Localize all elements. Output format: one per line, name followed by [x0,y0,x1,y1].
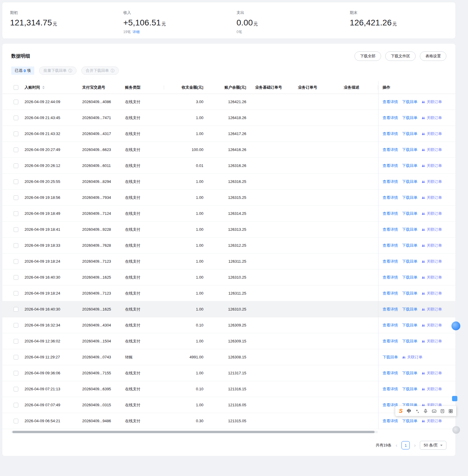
view-detail-link[interactable]: 查看详情 [383,323,398,328]
related-order-link[interactable]: 关联订单 [422,195,442,200]
row-checkbox[interactable] [14,147,18,152]
view-detail-link[interactable]: 查看详情 [383,307,398,312]
related-order-link[interactable]: 关联订单 [422,386,442,392]
related-order-link[interactable]: 关联订单 [422,131,442,137]
page-size-select[interactable]: 50 条/页 [420,441,446,450]
row-checkbox[interactable] [14,179,18,184]
ime-chinese-mode-toggle[interactable]: 中 [405,407,413,415]
view-detail-link[interactable]: 查看详情 [383,243,398,248]
download-receipt-link[interactable]: 下载回单 [402,339,417,344]
related-order-link[interactable]: 关联订单 [422,211,442,216]
income-detail-link[interactable]: 详细 [132,30,140,34]
download-receipt-link[interactable]: 下载回单 [402,195,417,200]
view-detail-link[interactable]: 查看详情 [383,179,398,184]
related-order-link[interactable]: 关联订单 [422,259,442,264]
download-receipt-link[interactable]: 下载回单 [402,211,417,216]
download-receipt-link[interactable]: 下载回单 [402,307,417,312]
view-detail-link[interactable]: 查看详情 [383,386,398,392]
download-receipt-link[interactable]: 下载回单 [402,371,417,376]
row-checkbox[interactable] [14,355,18,360]
download-receipt-link[interactable]: 下载回单 [402,291,417,296]
row-checkbox[interactable] [14,291,18,296]
row-checkbox[interactable] [14,195,18,200]
row-checkbox[interactable] [14,100,18,104]
merge-download-receipt-button[interactable]: 合并下载回单 ⓘ [81,66,119,75]
view-detail-link[interactable]: 查看详情 [383,371,398,376]
page-number-button[interactable]: 1 [401,441,410,449]
related-order-link[interactable]: 关联订单 [422,163,442,168]
view-detail-link[interactable]: 查看详情 [383,195,398,200]
sogou-logo-icon[interactable]: S [397,407,404,415]
download-receipt-link[interactable]: 下载回单 [402,99,417,105]
row-checkbox[interactable] [14,387,18,391]
next-page-button[interactable]: › [413,443,416,448]
row-checkbox[interactable] [14,211,18,216]
batch-download-receipt-button[interactable]: 批量下载回单 ⓘ [39,66,77,75]
row-checkbox[interactable] [14,116,18,120]
related-order-link[interactable]: 关联订单 [402,355,422,360]
select-all-checkbox[interactable] [14,85,18,90]
clipboard-icon[interactable] [439,407,446,415]
keyboard-icon[interactable] [430,407,438,415]
horizontal-scrollbar-thumb[interactable] [12,431,375,433]
floating-assistant-ball[interactable] [451,321,460,330]
related-order-link[interactable]: 关联订单 [422,307,442,312]
view-detail-link[interactable]: 查看详情 [383,339,398,344]
row-checkbox[interactable] [14,243,18,248]
floating-widget[interactable] [452,396,457,401]
download-receipt-link[interactable]: 下载回单 [402,131,417,137]
download-files-button[interactable]: 下载文件区 [385,51,416,61]
view-detail-link[interactable]: 查看详情 [383,99,398,105]
related-order-link[interactable]: 关联订单 [422,291,442,296]
download-receipt-link[interactable]: 下载回单 [402,243,417,248]
download-receipt-link[interactable]: 下载回单 [383,355,398,360]
download-receipt-link[interactable]: 下载回单 [402,386,417,392]
related-order-link[interactable]: 关联订单 [422,147,442,152]
view-detail-link[interactable]: 查看详情 [383,163,398,168]
view-detail-link[interactable]: 查看详情 [383,275,398,280]
row-checkbox[interactable] [14,371,18,376]
punctuation-toggle-icon[interactable]: °, [414,407,421,415]
download-receipt-link[interactable]: 下载回单 [402,323,417,328]
row-checkbox[interactable] [14,275,18,280]
download-all-button[interactable]: 下载全部 [354,51,381,61]
download-receipt-link[interactable]: 下载回单 [402,179,417,184]
download-receipt-link[interactable]: 下载回单 [402,259,417,264]
related-order-link[interactable]: 关联订单 [422,115,442,121]
table-settings-button[interactable]: 表格设置 [420,51,446,61]
related-order-link[interactable]: 关联订单 [422,418,442,424]
download-receipt-link[interactable]: 下载回单 [402,163,417,168]
floating-widget[interactable] [452,426,460,434]
row-checkbox[interactable] [14,339,18,344]
download-receipt-link[interactable]: 下载回单 [402,275,417,280]
download-receipt-link[interactable]: 下载回单 [402,147,417,152]
row-checkbox[interactable] [14,419,18,423]
row-checkbox[interactable] [14,163,18,168]
view-detail-link[interactable]: 查看详情 [383,259,398,264]
related-order-link[interactable]: 关联订单 [422,339,442,344]
row-checkbox[interactable] [14,323,18,328]
row-checkbox[interactable] [14,307,18,312]
related-order-link[interactable]: 关联订单 [422,179,442,184]
row-checkbox[interactable] [14,403,18,407]
related-order-link[interactable]: 关联订单 [422,243,442,248]
view-detail-link[interactable]: 查看详情 [383,131,398,137]
prev-page-button[interactable]: ‹ [395,443,398,448]
view-detail-link[interactable]: 查看详情 [383,115,398,121]
row-checkbox[interactable] [14,227,18,232]
view-detail-link[interactable]: 查看详情 [383,147,398,152]
related-order-link[interactable]: 关联订单 [422,371,442,376]
row-checkbox[interactable] [14,259,18,264]
related-order-link[interactable]: 关联订单 [422,99,442,105]
microphone-icon[interactable] [422,407,429,415]
sort-icon[interactable] [42,86,45,89]
download-receipt-link[interactable]: 下载回单 [402,227,417,232]
header-entry-time[interactable]: 入账时间 [25,85,82,90]
download-receipt-link[interactable]: 下载回单 [402,418,417,424]
view-detail-link[interactable]: 查看详情 [383,227,398,232]
view-detail-link[interactable]: 查看详情 [383,418,398,424]
toolbox-grid-icon[interactable] [447,407,454,415]
related-order-link[interactable]: 关联订单 [422,275,442,280]
related-order-link[interactable]: 关联订单 [422,323,442,328]
view-detail-link[interactable]: 查看详情 [383,291,398,296]
